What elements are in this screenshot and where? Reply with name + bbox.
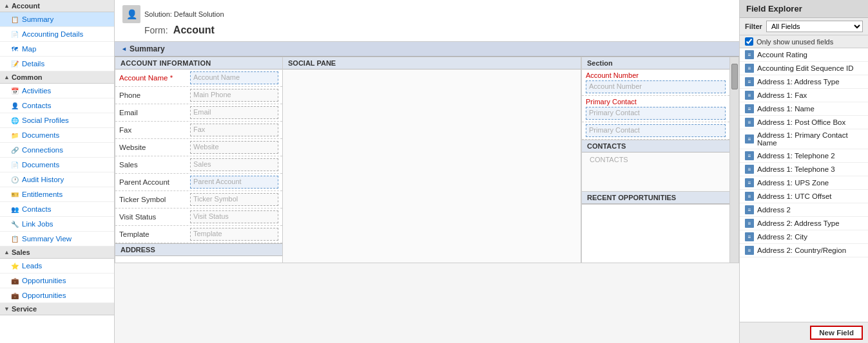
fe-item-5[interactable]: ≡Address 1: Post Office Box	[740, 116, 868, 129]
recent-opp-subsection: RECENT OPPORTUNITIES	[582, 192, 729, 205]
sidebar-item-details[interactable]: 📝 Details	[0, 57, 114, 71]
fe-item-2[interactable]: ≡Address 1: Address Type	[740, 75, 868, 89]
fe-field-icon-0: ≡	[745, 50, 754, 59]
primary-contact-field-row: Primary Contact Primary Contact	[582, 96, 729, 122]
account-number-input[interactable]: Account Number	[586, 80, 726, 93]
activities-icon: 📅	[10, 86, 19, 95]
field-input-8[interactable]: Visit Status	[190, 210, 278, 223]
fe-item-0[interactable]: ≡Account Rating	[740, 48, 868, 62]
fe-item-8[interactable]: ≡Address 1: Telephone 3	[740, 163, 868, 176]
link-jobs-icon: 🔧	[10, 219, 19, 228]
sidebar-item-opportunities-2[interactable]: 💼 Opportunities	[0, 288, 114, 303]
field-input-3[interactable]: Fax	[190, 124, 278, 136]
field-input-6[interactable]: Parent Account	[190, 176, 278, 189]
fe-item-4[interactable]: ≡Address 1: Name	[740, 102, 868, 116]
primary-contact-input[interactable]: Primary Contact	[586, 107, 726, 120]
account-number-field-row: Account Number Account Number	[582, 70, 729, 96]
sidebar-item-link-jobs[interactable]: 🔧 Link Jobs	[0, 217, 114, 232]
sidebar-item-documents-2[interactable]: 📄 Documents	[0, 158, 114, 172]
fe-item-10[interactable]: ≡Address 1: UTC Offset	[740, 190, 868, 203]
form-header: 👤 Solution: Default Solution Form: Accou…	[115, 0, 739, 42]
field-label-7: Ticker Symbol	[119, 196, 190, 203]
sidebar-item-documents-1[interactable]: 📁 Documents	[0, 128, 114, 143]
checkbox-row: Only show unused fields	[740, 35, 868, 48]
triangle-icon: ▲	[4, 74, 10, 80]
fe-field-label-12: Address 2: Address Type	[757, 219, 840, 227]
fe-field-icon-5: ≡	[745, 118, 754, 127]
filter-label: Filter	[745, 23, 762, 30]
sidebar-item-audit-history[interactable]: 🕐 Audit History	[0, 172, 114, 187]
fe-item-11[interactable]: ≡Address 2	[740, 203, 868, 217]
main-content: 👤 Solution: Default Solution Form: Accou…	[115, 0, 739, 343]
contacts2-icon: 👥	[10, 205, 19, 214]
left-sidebar: ▲ Account 📋 Summary 📄 Accounting Details…	[0, 0, 115, 343]
summary-icon: 📋	[10, 15, 19, 24]
field-row-website: WebsiteWebsite	[115, 139, 282, 156]
social-pane-header: SOCIAL PANE	[283, 57, 581, 70]
triangle-icon: ▲	[4, 249, 10, 255]
unused-fields-checkbox[interactable]	[745, 37, 753, 46]
sidebar-section-service: ▼ Service	[0, 303, 114, 315]
solution-label: Solution: Default Solution	[144, 10, 224, 18]
field-input-1[interactable]: Main Phone	[190, 89, 278, 102]
fe-item-6[interactable]: ≡Address 1: Primary Contact Name	[740, 129, 868, 149]
opp2-icon: 💼	[10, 291, 19, 300]
field-label-6: Parent Account	[119, 178, 190, 186]
account-info-header: ACCOUNT INFORMATION	[115, 57, 282, 70]
field-label-0: Account Name *	[119, 74, 190, 82]
social-pane-body	[283, 70, 581, 263]
field-row-email: EmailEmail	[115, 104, 282, 122]
sidebar-item-summary[interactable]: 📋 Summary	[0, 12, 114, 27]
field-input-5[interactable]: Sales	[190, 158, 278, 171]
sidebar-item-contacts-2[interactable]: 👥 Contacts	[0, 202, 114, 217]
map-icon: 🗺	[10, 44, 19, 53]
fe-item-7[interactable]: ≡Address 1: Telephone 2	[740, 149, 868, 163]
new-field-button[interactable]: New Field	[810, 326, 863, 340]
sidebar-item-entitlements[interactable]: 🎫 Entitlements	[0, 187, 114, 202]
sidebar-item-social-profiles[interactable]: 🌐 Social Profiles	[0, 113, 114, 128]
field-input-9[interactable]: Template	[190, 228, 278, 241]
fe-field-icon-10: ≡	[745, 192, 754, 201]
field-row-ticker-symbol: Ticker SymbolTicker Symbol	[115, 191, 282, 209]
sidebar-item-opportunities-1[interactable]: 💼 Opportunities	[0, 273, 114, 288]
right-col: Section Account Number Account Number Pr…	[581, 57, 729, 263]
fe-field-label-13: Address 2: City	[757, 233, 807, 241]
field-input-2[interactable]: Email	[190, 106, 278, 119]
sidebar-item-contacts-1[interactable]: 👤 Contacts	[0, 98, 114, 113]
field-explorer-title: Field Explorer	[740, 0, 868, 18]
form-scrollbar[interactable]	[729, 57, 738, 263]
filter-select[interactable]: All Fields	[766, 21, 863, 32]
fe-field-label-3: Address 1: Fax	[757, 91, 807, 99]
field-input-7[interactable]: Ticker Symbol	[190, 193, 278, 206]
field-label-8: Visit Status	[119, 213, 190, 221]
fe-field-label-6: Address 1: Primary Contact Name	[757, 131, 863, 147]
fe-field-icon-13: ≡	[745, 232, 754, 241]
fe-item-3[interactable]: ≡Address 1: Fax	[740, 89, 868, 102]
fe-item-9[interactable]: ≡Address 1: UPS Zone	[740, 176, 868, 190]
sidebar-item-leads[interactable]: ⭐ Leads	[0, 259, 114, 273]
sidebar-item-summary-view[interactable]: 📋 Summary View	[0, 232, 114, 246]
fe-item-14[interactable]: ≡Address 2: Country/Region	[740, 244, 868, 257]
fe-item-1[interactable]: ≡Accounting Edit Sequence ID	[740, 62, 868, 75]
form-title: Form: Account	[122, 24, 731, 36]
sidebar-item-activities[interactable]: 📅 Activities	[0, 84, 114, 98]
field-row-template: TemplateTemplate	[115, 226, 282, 243]
field-row-fax: FaxFax	[115, 122, 282, 139]
sidebar-item-connections[interactable]: 🔗 Connections	[0, 143, 114, 158]
filter-row: Filter All Fields	[740, 18, 868, 35]
connections-icon: 🔗	[10, 145, 19, 154]
field-input-0[interactable]: Account Name	[190, 71, 278, 84]
sidebar-item-map[interactable]: 🗺 Map	[0, 42, 114, 57]
sidebar-item-accounting-details[interactable]: 📄 Accounting Details	[0, 27, 114, 42]
fe-item-13[interactable]: ≡Address 2: City	[740, 230, 868, 244]
fe-field-icon-14: ≡	[745, 246, 754, 255]
field-label-2: Email	[119, 109, 190, 116]
fe-field-label-0: Account Rating	[757, 51, 807, 59]
fe-item-12[interactable]: ≡Address 2: Address Type	[740, 217, 868, 230]
scrollbar-thumb[interactable]	[731, 64, 738, 89]
fe-field-icon-7: ≡	[745, 151, 754, 160]
field-input-4[interactable]: Website	[190, 141, 278, 154]
primary-contact2-input[interactable]: Primary Contact	[586, 124, 726, 137]
field-row-phone: PhoneMain Phone	[115, 87, 282, 104]
sidebar-section-sales: ▲ Sales	[0, 246, 114, 259]
